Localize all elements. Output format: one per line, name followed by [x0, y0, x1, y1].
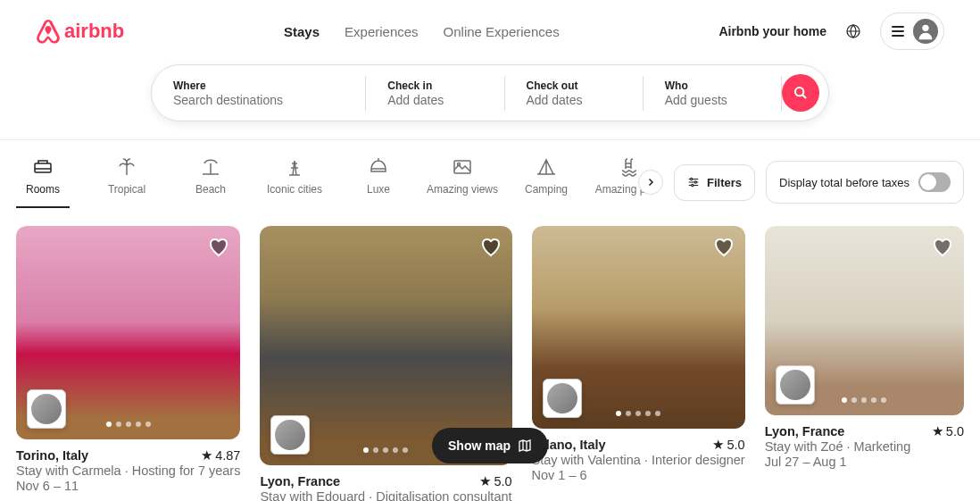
host-badge	[270, 415, 310, 455]
wishlist-button[interactable]	[208, 237, 229, 262]
profile-menu-button[interactable]	[880, 13, 944, 50]
rooms-icon	[32, 156, 54, 178]
listing-title: Lyon, France	[765, 424, 845, 438]
listing-card[interactable]: Lyon, France★ 5.0Stay with Zoé · Marketi…	[765, 226, 964, 501]
luxe-icon	[368, 156, 389, 178]
image-dots	[106, 422, 151, 427]
category-rooms[interactable]: Rooms	[16, 156, 70, 208]
image-dots	[363, 447, 408, 453]
tropical-icon	[116, 156, 137, 178]
tab-online-experiences[interactable]: Online Experiences	[444, 24, 560, 39]
listing-host: Stay with Edouard · Digitalisation consu…	[260, 489, 511, 501]
host-badge	[543, 379, 582, 418]
svg-point-8	[694, 181, 696, 183]
svg-rect-3	[35, 163, 51, 172]
svg-point-9	[692, 184, 693, 186]
listing-dates: Jul 27 – Aug 1	[765, 455, 964, 469]
iconic-cities-icon	[284, 156, 305, 178]
category-beach[interactable]: Beach	[184, 156, 237, 208]
category-amazing-views[interactable]: Amazing views	[436, 156, 489, 208]
search-where[interactable]: Where Search destinations	[152, 76, 366, 111]
host-badge	[776, 365, 815, 405]
heart-icon	[932, 237, 953, 258]
svg-point-2	[795, 88, 803, 96]
host-badge	[27, 389, 66, 429]
category-tropical[interactable]: Tropical	[100, 156, 154, 208]
listing-card[interactable]: Milano, Italy★ 5.0Stay with Valentina · …	[532, 226, 745, 501]
listing-host: Stay with Carmela · Hosting for 7 years	[16, 463, 240, 478]
listing-rating: ★ 5.0	[712, 438, 744, 452]
host-your-home-link[interactable]: Airbnb your home	[718, 24, 826, 38]
chevron-right-icon	[645, 177, 656, 188]
search-bar: Where Search destinations Check in Add d…	[151, 64, 829, 121]
camping-icon	[536, 156, 557, 178]
svg-point-1	[922, 25, 928, 31]
svg-point-7	[691, 178, 693, 180]
filters-button[interactable]: Filters	[674, 164, 755, 201]
heart-icon	[480, 237, 502, 258]
search-button[interactable]	[782, 74, 819, 112]
image-dots	[842, 397, 886, 403]
image-dots	[616, 411, 660, 416]
categories-next-button[interactable]	[638, 170, 663, 195]
listing-card[interactable]: Torino, Italy★ 4.87Stay with Carmela · H…	[16, 226, 240, 501]
heart-icon	[208, 237, 229, 258]
wishlist-button[interactable]	[932, 237, 953, 262]
listing-title: Torino, Italy	[16, 448, 88, 463]
listing-host: Stay with Zoé · Marketing	[765, 439, 964, 454]
category-iconic-cities[interactable]: Iconic cities	[268, 156, 321, 208]
show-map-button[interactable]: Show map	[432, 428, 548, 463]
listing-rating: ★ 4.87	[201, 448, 240, 463]
sliders-icon	[687, 176, 700, 188]
heart-icon	[713, 237, 735, 258]
amazing-views-icon	[452, 156, 473, 178]
logo[interactable]: airbnb	[36, 19, 124, 44]
listing-image[interactable]	[532, 226, 745, 429]
search-icon	[793, 86, 808, 100]
wishlist-button[interactable]	[480, 237, 502, 262]
category-camping[interactable]: Camping	[519, 156, 573, 208]
globe-icon	[846, 24, 860, 38]
listing-image[interactable]	[765, 226, 964, 415]
category-luxe[interactable]: Luxe	[352, 156, 405, 208]
listing-title: Lyon, France	[260, 474, 340, 488]
listing-image[interactable]	[16, 226, 240, 439]
amazing-pools-icon	[619, 156, 641, 178]
brand-text: airbnb	[64, 20, 124, 43]
toggle-switch[interactable]	[918, 172, 951, 192]
search-checkout[interactable]: Check out Add dates	[505, 76, 644, 111]
listing-host: Stay with Valentina · Interior designer	[532, 453, 745, 467]
listing-rating: ★ 5.0	[479, 474, 511, 488]
display-total-toggle[interactable]: Display total before taxes	[766, 161, 964, 204]
search-who[interactable]: Who Add guests	[644, 76, 782, 111]
search-checkin[interactable]: Check in Add dates	[366, 76, 504, 111]
tab-stays[interactable]: Stays	[284, 24, 320, 39]
language-button[interactable]	[839, 17, 868, 46]
map-icon	[518, 438, 532, 453]
beach-icon	[200, 156, 221, 178]
avatar-icon	[913, 19, 938, 44]
hamburger-icon	[892, 26, 904, 37]
listing-dates: Nov 6 – 11	[16, 479, 240, 493]
listing-rating: ★ 5.0	[932, 424, 964, 438]
wishlist-button[interactable]	[713, 237, 735, 262]
listing-dates: Nov 1 – 6	[532, 468, 745, 482]
tab-experiences[interactable]: Experiences	[345, 24, 419, 39]
